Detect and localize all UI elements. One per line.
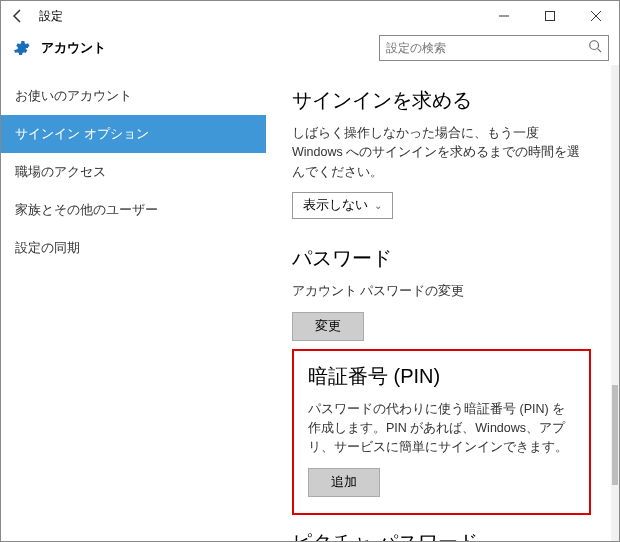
gear-icon [11,38,31,58]
search-icon [588,39,602,57]
svg-rect-1 [546,12,555,21]
signin-desc: しばらく操作しなかった場合に、もう一度 Windows へのサインインを求めるま… [292,124,591,182]
pin-desc: パスワードの代わりに使う暗証番号 (PIN) を作成します。PIN があれば、W… [308,400,575,458]
pin-section-highlight: 暗証番号 (PIN) パスワードの代わりに使う暗証番号 (PIN) を作成します… [292,349,591,515]
picture-password-heading: ピクチャ パスワード [292,529,591,541]
scrollbar-thumb[interactable] [612,385,618,485]
sidebar-item-work-access[interactable]: 職場のアクセス [1,153,266,191]
sidebar-item-sync[interactable]: 設定の同期 [1,229,266,267]
scrollbar-track[interactable] [611,65,619,541]
close-button[interactable] [573,1,619,31]
window-title: 設定 [35,8,481,25]
svg-point-2 [590,41,599,50]
header: アカウント [1,31,619,65]
maximize-button[interactable] [527,1,573,31]
content-scroll[interactable]: サインインを求める しばらく操作しなかった場合に、もう一度 Windows への… [266,65,611,541]
add-pin-button[interactable]: 追加 [308,468,380,497]
signin-timeout-dropdown[interactable]: 表示しない ⌄ [292,192,393,219]
signin-heading: サインインを求める [292,87,591,114]
minimize-button[interactable] [481,1,527,31]
pin-heading: 暗証番号 (PIN) [308,363,575,390]
sidebar-item-account[interactable]: お使いのアカウント [1,77,266,115]
password-desc: アカウント パスワードの変更 [292,282,591,301]
chevron-down-icon: ⌄ [374,200,382,211]
search-box[interactable] [379,35,609,61]
sidebar-item-family[interactable]: 家族とその他のユーザー [1,191,266,229]
titlebar: 設定 [1,1,619,31]
back-button[interactable] [1,1,35,31]
sidebar: お使いのアカウント サインイン オプション 職場のアクセス 家族とその他のユーザ… [1,65,266,541]
change-password-button[interactable]: 変更 [292,312,364,341]
settings-window: 設定 アカウント お使いのアカウント サインイン オプショ [0,0,620,542]
section-title: アカウント [41,39,379,57]
search-input[interactable] [386,41,588,55]
sidebar-item-signin-options[interactable]: サインイン オプション [1,115,266,153]
svg-line-3 [598,49,602,53]
dropdown-value: 表示しない [303,197,368,214]
content-area: サインインを求める しばらく操作しなかった場合に、もう一度 Windows への… [266,65,619,541]
password-heading: パスワード [292,245,591,272]
